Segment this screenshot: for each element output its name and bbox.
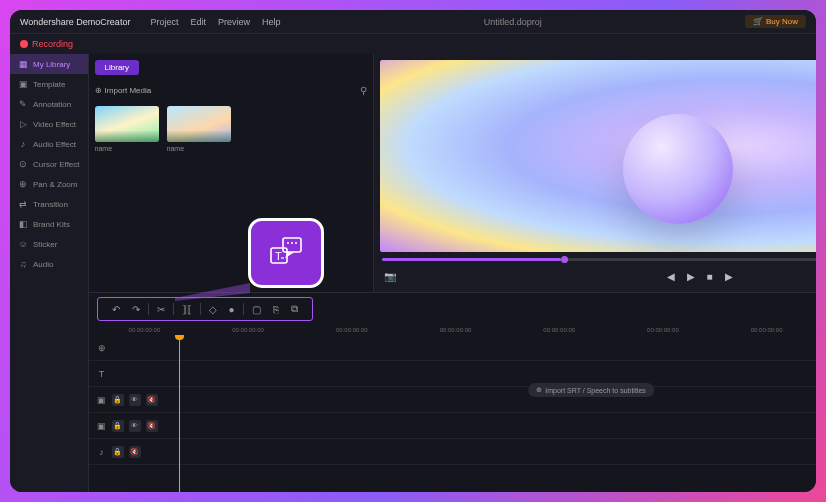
cursor-effect-icon: ⊙: [18, 159, 28, 169]
library-icon: ▦: [18, 59, 28, 69]
lock-icon[interactable]: 🔒: [112, 394, 124, 406]
media-thumbnail: [167, 106, 231, 142]
pan-zoom-icon: ⊕: [18, 179, 28, 189]
crop-button[interactable]: ▢: [246, 302, 267, 317]
transition-icon: ⇄: [18, 199, 28, 209]
brand-kits-icon: ◧: [18, 219, 28, 229]
sidebar-brand-kits[interactable]: ◧Brand Kits: [10, 214, 88, 234]
cart-icon: 🛒: [753, 17, 763, 26]
timeline-toolbar: ↶ ↷ ✂ ⟧⟦ ◇ ● ▢ ⎘ ⧉: [97, 297, 313, 321]
timeline-panel: ↶ ↷ ✂ ⟧⟦ ◇ ● ▢ ⎘ ⧉ 00:00:00:0000:00:00:0…: [89, 292, 816, 492]
sidebar-cursor-effect[interactable]: ⊙Cursor Effect: [10, 154, 88, 174]
redo-button[interactable]: ↷: [126, 302, 146, 317]
app-logo: Wondershare DemoCreator: [20, 17, 130, 27]
progress-handle[interactable]: [561, 256, 568, 263]
caption-callout: T: [248, 218, 324, 288]
split-button[interactable]: ⟧⟦: [176, 302, 198, 317]
sidebar-sticker[interactable]: ☺Sticker: [10, 234, 88, 254]
mute-icon[interactable]: 🔇: [146, 420, 158, 432]
audio-effect-icon: ♪: [18, 139, 28, 149]
play-button[interactable]: ▶: [687, 271, 695, 282]
media-thumbnail: [95, 106, 159, 142]
filter-icon[interactable]: ⚲: [360, 85, 367, 96]
text-track-icon: T: [97, 369, 107, 379]
eye-icon[interactable]: 👁: [129, 420, 141, 432]
svg-point-1: [287, 242, 289, 244]
sidebar-audio[interactable]: ♫Audio: [10, 254, 88, 274]
import-media-button[interactable]: ⊕ Import Media: [95, 86, 152, 95]
library-tab[interactable]: Library: [95, 60, 139, 75]
undo-button[interactable]: ↶: [106, 302, 126, 317]
media-item[interactable]: name: [167, 106, 231, 152]
sidebar-template[interactable]: ▣Template: [10, 74, 88, 94]
sidebar-my-library[interactable]: ▦My Library: [10, 54, 88, 74]
caption-button[interactable]: ⧉: [285, 301, 304, 317]
prev-button[interactable]: ◀: [667, 271, 675, 282]
stop-button[interactable]: ■: [707, 271, 713, 282]
svg-point-2: [291, 242, 293, 244]
menu-edit[interactable]: Edit: [190, 17, 206, 27]
track-text[interactable]: T: [89, 369, 169, 379]
preview-content: [623, 114, 733, 224]
video-track-icon: ▣: [97, 395, 107, 405]
video-effect-icon: ▷: [18, 119, 28, 129]
sidebar: ▦My Library ▣Template ✎Annotation ▷Video…: [10, 54, 89, 492]
marker-button[interactable]: ◇: [203, 302, 223, 317]
media-panel: Library ⊕ Import Media ⚲ name: [89, 54, 374, 292]
audio-track-icon: ♪: [97, 447, 107, 457]
document-title: Untitled.doproj: [280, 17, 745, 27]
next-button[interactable]: ▶: [725, 271, 733, 282]
menu-help[interactable]: Help: [262, 17, 281, 27]
copy-button[interactable]: ⎘: [267, 302, 285, 317]
track-add[interactable]: ⊕: [89, 343, 169, 353]
mute-icon[interactable]: 🔇: [129, 446, 141, 458]
titlebar: Wondershare DemoCreator Project Edit Pre…: [10, 10, 816, 34]
track-video-1[interactable]: ▣🔒👁🔇: [89, 394, 169, 406]
mute-icon[interactable]: 🔇: [146, 394, 158, 406]
sidebar-transition[interactable]: ⇄Transition: [10, 194, 88, 214]
recording-bar: Recording: [10, 34, 816, 54]
track-video-2[interactable]: ▣🔒👁🔇: [89, 420, 169, 432]
plus-icon: ⊕: [95, 86, 102, 95]
timeline-ruler[interactable]: 00:00:00:0000:00:00:0000:00:00:0000:00:0…: [89, 325, 816, 335]
timeline-tracks: ⊕Import SRT / Speech to subtitles ⊕ T ▣🔒…: [89, 335, 816, 492]
caption-callout-icon: T: [269, 237, 303, 270]
sidebar-pan-zoom[interactable]: ⊕Pan & Zoom: [10, 174, 88, 194]
sticker-icon: ☺: [18, 239, 28, 249]
preview-video[interactable]: [380, 60, 816, 252]
menu-preview[interactable]: Preview: [218, 17, 250, 27]
camera-icon[interactable]: 📷: [384, 271, 396, 282]
preview-panel: 00:00:22 | 00:23:12 📷 ◀ ▶ ■ ▶ 🔇 ⊞ ⊠: [374, 54, 816, 292]
cut-button[interactable]: ✂: [151, 302, 171, 317]
template-icon: ▣: [18, 79, 28, 89]
record-button[interactable]: ●: [223, 302, 241, 317]
media-item[interactable]: name: [95, 106, 159, 152]
lock-icon[interactable]: 🔒: [112, 420, 124, 432]
svg-rect-0: [283, 238, 301, 252]
sidebar-annotation[interactable]: ✎Annotation: [10, 94, 88, 114]
record-icon: [20, 40, 28, 48]
annotation-icon: ✎: [18, 99, 28, 109]
buy-now-button[interactable]: 🛒 Buy Now: [745, 15, 806, 28]
plus-icon: ⊕: [536, 386, 542, 394]
recording-button[interactable]: Recording: [20, 39, 73, 49]
audio-icon: ♫: [18, 259, 28, 269]
main-menu: Project Edit Preview Help: [150, 17, 280, 27]
playhead[interactable]: [179, 335, 180, 492]
add-track-icon: ⊕: [97, 343, 107, 353]
eye-icon[interactable]: 👁: [129, 394, 141, 406]
sidebar-audio-effect[interactable]: ♪Audio Effect: [10, 134, 88, 154]
svg-point-3: [295, 242, 297, 244]
playback-progress[interactable]: [382, 258, 816, 261]
import-subtitle-hint[interactable]: ⊕Import SRT / Speech to subtitles: [528, 383, 654, 397]
svg-text:T: T: [275, 250, 282, 262]
video-track-icon: ▣: [97, 421, 107, 431]
track-audio[interactable]: ♪🔒🔇: [89, 446, 169, 458]
menu-project[interactable]: Project: [150, 17, 178, 27]
lock-icon[interactable]: 🔒: [112, 446, 124, 458]
sidebar-video-effect[interactable]: ▷Video Effect: [10, 114, 88, 134]
